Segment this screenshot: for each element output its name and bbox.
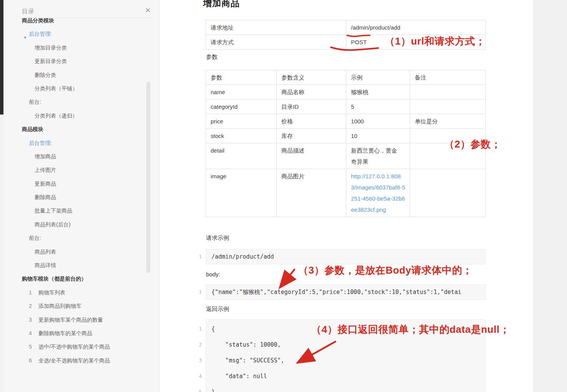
column-header: 备注 bbox=[410, 70, 486, 85]
table-cell: categoryId bbox=[206, 100, 277, 114]
toc-item[interactable]: 更新商品 bbox=[3, 177, 160, 191]
table-cell: 目录ID bbox=[277, 100, 346, 114]
table-cell: 商品名称 bbox=[277, 85, 346, 100]
toc-item[interactable]: 6全选/全不选购物车的某个商品 bbox=[3, 354, 160, 367]
toc-item[interactable]: 更新目录分类 bbox=[3, 55, 160, 68]
image-url-link[interactable]: http://127.0.0.1:8083/images/6037baf8-52… bbox=[351, 173, 405, 213]
toc-item-number: 6 bbox=[29, 354, 38, 367]
code-line-number: 3 bbox=[193, 352, 202, 368]
toc-item[interactable]: 分类列表（递归） bbox=[3, 109, 160, 123]
table-cell bbox=[410, 169, 486, 217]
toc-item-label: 购物车列表 bbox=[38, 289, 65, 296]
table-cell: 单位是分 bbox=[410, 114, 486, 129]
toc-item[interactable]: 2添加商品到购物车 bbox=[3, 299, 160, 313]
toc-panel: 商品分类模块▼后台管理:增加目录分类更新目录分类删除分类分类列表（平铺）前台:分… bbox=[3, 0, 160, 392]
toc-list: 商品分类模块▼后台管理:增加目录分类更新目录分类删除分类分类列表（平铺）前台:分… bbox=[3, 14, 160, 367]
request-example-code: /admin/product/add bbox=[206, 249, 486, 264]
body-label: body: bbox=[206, 271, 220, 277]
toc-item-number: 5 bbox=[29, 340, 38, 354]
toc-item-label: 后台管理: bbox=[29, 31, 52, 37]
table-cell bbox=[410, 85, 486, 100]
table-cell: 商品图片 bbox=[277, 169, 346, 217]
table-row: name商品名称猕猴桃 bbox=[206, 85, 486, 100]
toc-item[interactable]: 增加商品 bbox=[3, 150, 160, 163]
toc-item[interactable]: 5选中/不选中购物车的某个商品 bbox=[3, 340, 160, 354]
toc-item-label: 全选/全不选购物车的某个商品 bbox=[38, 357, 110, 364]
toc-item[interactable]: 商品列表 bbox=[3, 245, 160, 259]
toc-item-label: 删除购物车的某个商品 bbox=[38, 330, 92, 336]
toc-item[interactable]: 删除商品 bbox=[3, 191, 160, 204]
annotation-3: （3）参数，是放在Body请求体中的； bbox=[298, 264, 472, 277]
toc-item[interactable]: 1购物车列表 bbox=[3, 286, 160, 299]
table-cell: 1000 bbox=[346, 114, 410, 129]
page-title: 增加商品 bbox=[203, 0, 240, 9]
code-line: "status": 10000, bbox=[211, 337, 485, 353]
toc-header: 目录 ✕ bbox=[3, 0, 160, 18]
code-line-number: 2 bbox=[193, 337, 202, 352]
table-cell: 价格 bbox=[277, 114, 346, 129]
table-cell: 库存 bbox=[277, 129, 346, 143]
table-row: price价格1000单位是分 bbox=[206, 114, 486, 129]
table-cell: price bbox=[206, 114, 277, 129]
table-cell: stock bbox=[206, 129, 277, 143]
toc-item-number: 3 bbox=[29, 313, 38, 327]
close-icon[interactable]: ✕ bbox=[145, 7, 151, 14]
code-line: "msg": "SUCCESS", bbox=[211, 353, 485, 369]
request-example-label: 请求示例 bbox=[206, 234, 229, 242]
table-cell: detail bbox=[206, 143, 277, 169]
table-cell: 新西兰黄心，黄金奇异果 bbox=[346, 143, 410, 169]
code-line-number: 1 bbox=[193, 284, 202, 300]
table-cell: 10 bbox=[346, 129, 410, 143]
toc-item[interactable]: 3更新购物车某个商品的数量 bbox=[3, 313, 160, 327]
table-cell bbox=[410, 100, 486, 114]
toc-item[interactable]: 后台管理: bbox=[3, 136, 160, 150]
toc-item[interactable]: 商品详情 bbox=[3, 259, 160, 272]
toc-item[interactable]: 前台: bbox=[3, 231, 160, 245]
toc-item[interactable]: 上传图片 bbox=[3, 163, 160, 177]
toc-item[interactable]: 分类列表（平铺） bbox=[3, 82, 160, 95]
table-header-row: 参数参数含义示例备注 bbox=[206, 70, 486, 85]
page: 增加商品 请求地址/admin/product/add请求方式POST 参数 参… bbox=[0, 0, 567, 392]
annotation-2: （2）参数； bbox=[444, 138, 501, 151]
table-cell: 5 bbox=[346, 100, 410, 114]
note-content: 增加商品 请求地址/admin/product/add请求方式POST 参数 参… bbox=[160, 0, 533, 392]
toc-item-label: 添加商品到购物车 bbox=[38, 303, 81, 309]
column-header: 参数 bbox=[206, 70, 277, 85]
table-cell: name bbox=[206, 85, 277, 100]
toc-item[interactable]: 购物车模块（都是前台的） bbox=[3, 272, 160, 286]
column-header: 示例 bbox=[346, 70, 410, 85]
table-row: 请求地址/admin/product/add bbox=[206, 20, 486, 35]
table-row: stock库存10 bbox=[206, 129, 486, 143]
annotation-1: （1）url和请求方式； bbox=[385, 35, 486, 48]
table-cell: 请求方式 bbox=[206, 35, 346, 50]
table-cell: 猕猴桃 bbox=[346, 85, 410, 100]
collapse-arrow-icon[interactable]: ▼ bbox=[23, 31, 27, 45]
body-json-code: {"name":"猕猴桃","categoryId":5,"price":100… bbox=[206, 284, 486, 300]
params-section-label: 参数 bbox=[206, 53, 218, 61]
toc-scrollbar-thumb[interactable] bbox=[146, 81, 150, 273]
toc-divider bbox=[22, 18, 151, 18]
toc-item[interactable]: 删除分类 bbox=[3, 68, 160, 82]
toc-item[interactable]: 商品模块 bbox=[3, 123, 160, 136]
response-example-label: 返回示例 bbox=[206, 306, 229, 313]
code-line-numbers: 12345 bbox=[193, 319, 202, 392]
toc-item[interactable]: 前台: bbox=[3, 95, 160, 109]
code-line-number: 5 bbox=[193, 384, 202, 392]
table-cell: 商品描述 bbox=[277, 143, 346, 169]
table-row: detail商品描述新西兰黄心，黄金奇异果 bbox=[206, 143, 486, 169]
code-line: "data": null bbox=[211, 369, 485, 384]
annotation-4: （4）接口返回很简单；其中的data是null； bbox=[311, 323, 510, 336]
toc-item-label: 更新购物车某个商品的数量 bbox=[38, 317, 103, 323]
column-header: 参数含义 bbox=[277, 70, 346, 85]
table-cell: http://127.0.0.1:8083/images/6037baf8-52… bbox=[346, 169, 410, 217]
toc-item[interactable]: ▼后台管理: bbox=[3, 27, 160, 41]
table-row: image商品图片http://127.0.0.1:8083/images/60… bbox=[206, 169, 486, 217]
code-line-number: 1 bbox=[193, 321, 202, 337]
toc-item-number: 1 bbox=[29, 286, 38, 299]
toc-item[interactable]: 商品列表(后台) bbox=[3, 218, 160, 231]
toc-item[interactable]: 批量上下架商品 bbox=[3, 204, 160, 218]
toc-item-number: 2 bbox=[29, 299, 38, 313]
table-cell: /admin/product/add bbox=[346, 20, 486, 35]
toc-item[interactable]: 4删除购物车的某个商品 bbox=[3, 327, 160, 340]
toc-title: 目录 bbox=[22, 8, 34, 16]
